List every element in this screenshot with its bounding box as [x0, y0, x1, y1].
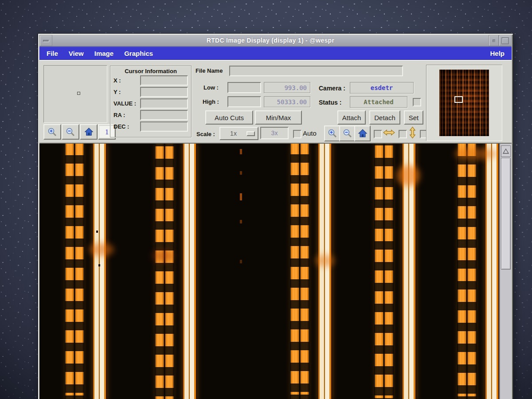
status-checkbox[interactable] [413, 98, 421, 106]
control-panel: 1 Cursor Information X : Y : VALUE : RA … [39, 60, 512, 143]
cursor-y-field[interactable] [140, 87, 188, 97]
status-label: Status : [319, 99, 341, 106]
pan-indicator [77, 92, 80, 95]
cursor-ra-field[interactable] [140, 110, 188, 120]
menu-item-help[interactable]: Help [490, 50, 505, 57]
detector-smudge [89, 243, 114, 256]
detector-dead-column [240, 144, 242, 399]
detector-speck [96, 231, 98, 233]
scale-home-button[interactable] [354, 125, 371, 141]
auto-cuts-button[interactable]: Auto Cuts [205, 110, 253, 125]
status-value-display: Attached [350, 96, 407, 108]
menu-item-view[interactable]: View [69, 50, 84, 57]
scale-zoom-out-icon [343, 129, 352, 138]
rtdc-image-display-window: RTDC Image Display (display 1) - @wespr … [38, 33, 513, 399]
image-viewport[interactable] [39, 143, 512, 399]
scale-zoom-in-button[interactable] [324, 125, 340, 141]
low-input[interactable] [227, 82, 261, 93]
window-menu-button[interactable] [39, 35, 52, 46]
cursor-x-field[interactable] [140, 75, 188, 86]
window-menu-icon [43, 40, 49, 42]
detector-strip-5-stripe [485, 144, 500, 399]
maximize-button[interactable] [499, 35, 512, 46]
scrollbar-thumb[interactable] [501, 158, 511, 270]
detector-strip-1-stripe [92, 144, 107, 399]
detector-strip-1-squares [65, 144, 84, 399]
camera-label: Camera : [319, 85, 345, 92]
scrollbar-up-arrow-icon [503, 149, 509, 154]
zoom-in-icon [47, 127, 57, 137]
high-value-display: 50333.00 [264, 96, 310, 107]
flip-x-checkbox[interactable] [374, 130, 382, 138]
min-max-button[interactable]: Min/Max [255, 110, 302, 125]
auto-scale-checkbox[interactable] [293, 130, 301, 138]
detector-smudge [397, 165, 420, 186]
cursor-value-label: VALUE : [113, 100, 136, 107]
thumbnail-panel [426, 65, 502, 141]
detector-smudge [152, 250, 174, 262]
detector-strip-2-stripe [182, 144, 197, 399]
flip-y-icon [408, 126, 417, 139]
file-name-input[interactable] [229, 66, 403, 76]
low-value-display: 993.00 [264, 82, 310, 93]
set-button[interactable]: Set [404, 110, 423, 125]
detector-smudge [454, 148, 497, 160]
scale-applied-display: 3x [260, 127, 289, 139]
pan-zoom-controls: 1 [43, 124, 116, 140]
zoom-out-button[interactable] [62, 124, 79, 140]
scrollbar-up-button[interactable] [501, 145, 511, 157]
scale-home-icon [357, 128, 368, 139]
file-name-label: File Name [196, 67, 223, 74]
low-label: Low : [203, 84, 219, 91]
thumbnail-image[interactable] [439, 70, 489, 136]
scale-selected-value: 1x [220, 130, 246, 137]
scale-zoom-out-button[interactable] [339, 125, 356, 141]
detector-speck [98, 264, 100, 266]
maximize-icon [501, 37, 509, 44]
home-icon [84, 127, 94, 137]
cursor-y-label: Y : [113, 89, 121, 95]
scale-label: Scale : [196, 131, 215, 137]
zoom-in-button[interactable] [43, 124, 61, 140]
detector-smudge [315, 254, 335, 267]
titlebar[interactable]: RTDC Image Display (display 1) - @wespr [39, 35, 512, 47]
camera-value-display: esdetr [350, 82, 414, 94]
detector-strip-3-stripe [317, 144, 332, 399]
attach-button[interactable]: Attach [337, 110, 366, 125]
cursor-value-field[interactable] [140, 98, 188, 109]
vertical-scrollbar[interactable] [499, 144, 512, 399]
cursor-ra-label: RA : [113, 112, 125, 118]
detach-button[interactable]: Detach [369, 110, 400, 125]
zoom-out-icon [66, 127, 75, 137]
view-region-indicator[interactable] [454, 96, 463, 103]
window-title: RTDC Image Display (display 1) - @wespr [52, 35, 489, 46]
menu-item-image[interactable]: Image [94, 50, 113, 57]
high-label: High : [203, 98, 219, 105]
pan-preview[interactable] [43, 65, 107, 123]
minimize-icon [493, 39, 495, 42]
flip-x-icon [383, 128, 395, 137]
high-input[interactable] [227, 96, 261, 107]
auto-scale-label: Auto [303, 129, 317, 137]
detector-strip-5-squares [457, 144, 477, 399]
detector-strip-3-squares [290, 144, 309, 399]
flip-y-checkbox[interactable] [399, 130, 407, 138]
detector-strip-2-squares [155, 144, 174, 399]
menu-item-graphics[interactable]: Graphics [124, 50, 153, 57]
cursor-x-label: X : [113, 77, 121, 84]
scale-select[interactable]: 1x [219, 127, 258, 140]
cursor-dec-field[interactable] [140, 121, 188, 132]
cursor-info-title: Cursor Information [110, 68, 191, 74]
scale-zoom-in-icon [328, 129, 337, 138]
minimize-button[interactable] [489, 35, 499, 46]
menu-item-file[interactable]: File [47, 50, 58, 57]
cursor-dec-label: DEC : [113, 123, 129, 130]
option-menu-indicator [246, 131, 255, 136]
menubar: File View Image Graphics Help [39, 47, 512, 60]
cursor-info-panel: Cursor Information X : Y : VALUE : RA : … [110, 66, 192, 137]
detector-image [39, 144, 512, 399]
detector-strip-4-squares [374, 144, 394, 399]
home-button[interactable] [80, 124, 98, 140]
